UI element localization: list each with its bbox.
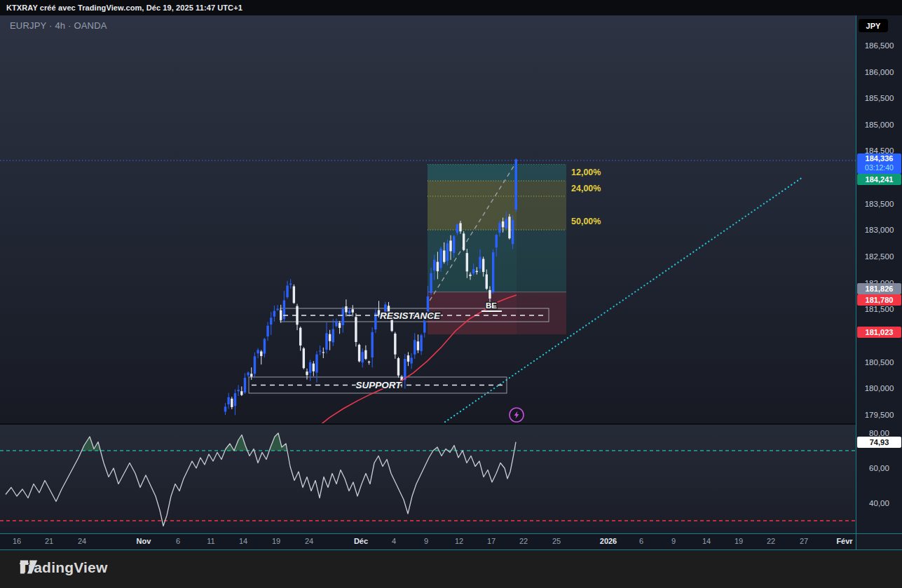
candle-body bbox=[342, 309, 344, 325]
candle-body bbox=[410, 357, 412, 363]
candle-body bbox=[266, 326, 268, 336]
candle-body bbox=[512, 220, 514, 244]
rsi-line[interactable] bbox=[6, 433, 516, 526]
position-zone bbox=[428, 165, 517, 181]
time-axis-label: 11 bbox=[207, 537, 214, 545]
time-axis-label: 27 bbox=[800, 537, 808, 545]
candle-body bbox=[299, 328, 301, 346]
position-zone bbox=[428, 181, 517, 196]
time-axis-label: 2026 bbox=[600, 537, 617, 545]
price-axis-label: 183,000 bbox=[856, 226, 902, 234]
candle-body bbox=[234, 393, 236, 406]
candle-body bbox=[364, 350, 367, 359]
candle-body bbox=[348, 310, 350, 313]
candle-body bbox=[362, 352, 364, 362]
position-percent-label: 24,00% bbox=[571, 184, 601, 193]
time-axis[interactable]: 162124Nov611141924Déc4912172225202669141… bbox=[0, 534, 856, 550]
price-axis-label: 181,500 bbox=[856, 305, 902, 313]
candle-body bbox=[358, 345, 360, 362]
position-zone-extension bbox=[517, 230, 566, 292]
candle-body bbox=[355, 317, 357, 342]
rsi-value-badge-line1: 74,93 bbox=[857, 438, 901, 447]
candle-body bbox=[446, 243, 449, 261]
candle-body bbox=[488, 290, 491, 299]
time-axis-bottom-border bbox=[0, 549, 902, 550]
candle-body bbox=[325, 333, 327, 350]
candle-body bbox=[414, 340, 416, 355]
price-axis[interactable]: JPY 186,500186,000185,500185,000184,5001… bbox=[856, 15, 902, 550]
candle-body bbox=[469, 275, 471, 276]
time-axis-label: 9 bbox=[671, 537, 676, 545]
candle-body bbox=[345, 306, 347, 312]
price-pane[interactable]: RESISTANCESUPPORTBE12,00%24,00%50,00% EU… bbox=[0, 15, 856, 423]
candle-body bbox=[463, 233, 465, 250]
candle-body bbox=[456, 224, 458, 233]
position-percent-label: 12,00% bbox=[571, 167, 601, 177]
candle-body bbox=[309, 362, 311, 373]
candle-body bbox=[417, 341, 419, 350]
position-entry-badge-line1: 181,826 bbox=[857, 285, 901, 294]
time-axis-label: 4 bbox=[392, 537, 396, 545]
time-axis-label: 22 bbox=[519, 537, 528, 545]
time-axis-label: 19 bbox=[734, 537, 743, 545]
candle-body bbox=[283, 301, 285, 320]
break-even-label: BE bbox=[486, 301, 497, 310]
candle-body bbox=[293, 286, 295, 303]
candle-body bbox=[449, 240, 451, 251]
position-entry-badge: 181,826 bbox=[857, 283, 901, 294]
candle-body bbox=[404, 359, 406, 380]
time-axis-label: 16 bbox=[13, 537, 21, 545]
candle-body bbox=[368, 362, 370, 362]
time-axis-label: Nov bbox=[137, 537, 151, 545]
candle-body bbox=[303, 348, 305, 368]
rsi-pane[interactable] bbox=[0, 425, 856, 534]
price-axis-label: 185,000 bbox=[856, 121, 902, 129]
time-axis-label: 9 bbox=[424, 537, 428, 545]
price-axis-label: 186,000 bbox=[856, 68, 902, 76]
lightning-marker[interactable] bbox=[510, 408, 524, 422]
candle-body bbox=[231, 399, 233, 407]
rsi-overbought-fill bbox=[6, 433, 516, 526]
candle-body bbox=[453, 236, 455, 253]
candle-body bbox=[250, 374, 252, 376]
candle-body bbox=[492, 252, 494, 292]
price-axis-label: 183,500 bbox=[856, 200, 902, 208]
symbol-title[interactable]: EURJPY · 4h · OANDA bbox=[10, 20, 107, 31]
current-price-badge: 184,33603:12:40 bbox=[857, 153, 901, 174]
candle-body bbox=[515, 159, 517, 210]
candle-body bbox=[244, 378, 246, 392]
current-price-badge-line2: 03:12:40 bbox=[857, 163, 901, 172]
price-axis-label: 180,000 bbox=[856, 384, 902, 392]
candle-body bbox=[227, 397, 229, 404]
footer: TradingView bbox=[0, 550, 902, 588]
currency-toggle-button[interactable]: JPY bbox=[859, 19, 888, 32]
candle-body bbox=[505, 219, 507, 228]
time-axis-top-border bbox=[0, 533, 902, 534]
candle-body bbox=[479, 257, 481, 268]
time-axis-label: 19 bbox=[272, 537, 280, 545]
chart-area: RESISTANCESUPPORTBE12,00%24,00%50,00% EU… bbox=[0, 15, 902, 550]
tradingview-logo-icon bbox=[20, 559, 38, 575]
position-zone-extension bbox=[517, 181, 566, 196]
price-chart-canvas[interactable]: RESISTANCESUPPORTBE12,00%24,00%50,00% bbox=[0, 15, 856, 423]
candle-body bbox=[260, 351, 262, 356]
candle-body bbox=[257, 350, 259, 353]
candle-body bbox=[508, 217, 510, 238]
time-axis-label: 12 bbox=[455, 537, 463, 545]
ma-value-badge-line1: 181,780 bbox=[857, 296, 901, 305]
rsi-chart-canvas[interactable] bbox=[0, 425, 856, 534]
candle-body bbox=[459, 223, 461, 231]
candle-body bbox=[322, 352, 324, 353]
current-price-badge-line1: 184,336 bbox=[857, 154, 901, 163]
candle-body bbox=[420, 335, 422, 351]
position-zone-extension bbox=[517, 165, 566, 181]
candle-body bbox=[240, 391, 242, 395]
time-axis-label: 6 bbox=[176, 537, 180, 545]
price-axis-label: 60,00 bbox=[856, 464, 902, 472]
time-axis-label: Févr bbox=[836, 537, 852, 545]
candle-body bbox=[273, 311, 275, 317]
candle-body bbox=[335, 322, 337, 327]
candle-body bbox=[433, 260, 435, 271]
attribution-bar: KTXRAY créé avec TradingView.com, Déc 19… bbox=[0, 0, 902, 15]
time-axis-label: 24 bbox=[305, 537, 313, 545]
